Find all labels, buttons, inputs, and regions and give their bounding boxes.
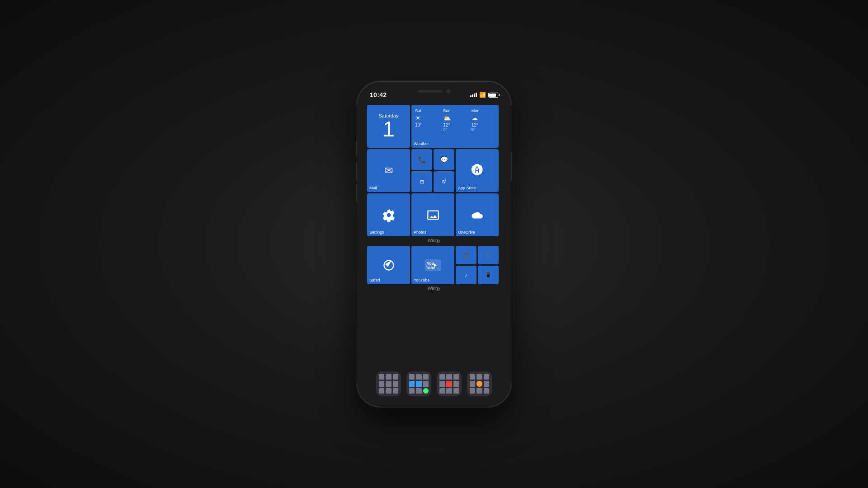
spotify-tile[interactable]: ♪ — [456, 266, 476, 284]
notch-camera — [446, 89, 451, 94]
date-tile[interactable]: Saturday 1 — [367, 105, 410, 148]
battery-icon — [488, 93, 498, 98]
onedrive-label: OneDrive — [458, 230, 475, 235]
photos-icon — [427, 209, 439, 221]
weather-sat-label: Sat — [415, 108, 439, 113]
messages-icon: 💬 — [440, 156, 448, 163]
phone2-tile[interactable]: 📱 — [478, 266, 499, 284]
headphones-tile[interactable]: 🎵 — [478, 246, 499, 264]
reddit-icon: r/ — [442, 178, 446, 185]
youtube-tile[interactable]: You Tube YouTube — [411, 246, 454, 284]
settings-icon — [382, 208, 396, 222]
weather-mon-label: Mon — [472, 108, 495, 113]
appstore-icon: 🅐 — [472, 164, 483, 178]
weather-day-sat: Sat ☀ 10° — [415, 108, 439, 132]
weather-mon-high: 12° — [472, 122, 495, 127]
weather-sun-label: Sun — [443, 108, 467, 113]
weather-mon-low: 5° — [472, 127, 495, 132]
weather-day-sun: Sun ⛅ 12° 0° — [443, 108, 467, 132]
dock-icon-1[interactable] — [376, 371, 401, 396]
xs-tiles-area: 🎧 🎵 ♪ 📱 — [456, 246, 499, 284]
weather-sat-high: 10° — [415, 122, 439, 127]
phone-frame: 10:42 📶 — [357, 81, 511, 407]
photos-tile[interactable]: Photos — [411, 193, 454, 236]
appstore-label: App Store — [458, 186, 476, 190]
safari-icon — [382, 259, 395, 272]
weather-sun-low: 0° — [443, 127, 467, 132]
dock-icon-3[interactable] — [437, 371, 462, 396]
widget-group-1: Saturday 1 Sat ☀ 10° — [367, 105, 501, 243]
onedrive-tile[interactable]: OneDrive — [456, 193, 499, 236]
tile-grid-2: Safari You Tube YouTube — [367, 246, 501, 284]
settings-label: Settings — [369, 230, 384, 235]
signal-icon — [470, 93, 477, 97]
dock-icon-4[interactable] — [467, 371, 492, 396]
safari-label: Safari — [369, 278, 380, 282]
phone-screen: 10:42 📶 — [361, 85, 507, 403]
settings-tile[interactable]: Settings — [367, 193, 410, 236]
phone-content: Saturday 1 Sat ☀ 10° — [361, 101, 507, 403]
weather-day-mon: Mon ☁ 12° 5° — [472, 108, 495, 132]
svg-text:Tube: Tube — [426, 266, 435, 270]
notch-speaker — [418, 90, 443, 93]
weather-label: Weather — [414, 141, 429, 146]
mail-label: Mail — [369, 186, 377, 190]
weather-days: Sat ☀ 10° Sun ⛅ 12° 0° Mon — [415, 108, 495, 132]
small-tiles-area: 📞 💬 ⊞ r/ — [411, 149, 454, 192]
weather-tile[interactable]: Sat ☀ 10° Sun ⛅ 12° 0° Mon — [411, 105, 499, 148]
headphones-icon: 🎵 — [485, 252, 491, 258]
phone-tile[interactable]: 📞 — [411, 149, 432, 170]
date-number: 1 — [382, 118, 395, 140]
status-time: 10:42 — [370, 91, 387, 99]
weather-mon-icon: ☁ — [472, 114, 495, 122]
photos-label: Photos — [414, 230, 426, 235]
widget-group-2: Safari You Tube YouTube — [367, 246, 501, 291]
mail-tile[interactable]: ✉ Mail — [367, 149, 410, 192]
notch — [405, 85, 463, 98]
phone-icon: 📞 — [418, 156, 426, 163]
svg-text:You: You — [427, 261, 434, 266]
spotify-icon: ♪ — [465, 272, 467, 278]
dock-area — [361, 371, 507, 396]
grid-tile[interactable]: ⊞ — [411, 171, 432, 192]
phone2-icon: 📱 — [485, 272, 491, 278]
dock-icon-2[interactable] — [406, 371, 431, 396]
grid-icon: ⊞ — [420, 179, 424, 185]
airpods-tile[interactable]: 🎧 — [456, 246, 476, 264]
youtube-icon: You Tube — [425, 259, 441, 271]
youtube-label: YouTube — [414, 278, 429, 282]
tile-grid-1: Saturday 1 Sat ☀ 10° — [367, 105, 501, 236]
safari-tile[interactable]: Safari — [367, 246, 410, 284]
onedrive-icon — [471, 210, 484, 220]
weather-sun-icon: ⛅ — [443, 114, 467, 122]
wifi-icon: 📶 — [479, 92, 486, 98]
airpods-icon: 🎧 — [463, 252, 469, 258]
widget1-label: Widgy — [367, 238, 501, 243]
weather-sat-icon: ☀ — [415, 114, 439, 122]
weather-sun-high: 12° — [443, 122, 467, 127]
mail-icon: ✉ — [385, 165, 393, 177]
reddit-tile[interactable]: r/ — [434, 171, 454, 192]
status-icons: 📶 — [470, 92, 498, 98]
messages-tile[interactable]: 💬 — [434, 149, 454, 170]
widget2-label: Widgy — [367, 286, 501, 291]
appstore-tile[interactable]: 🅐 App Store — [456, 149, 499, 192]
